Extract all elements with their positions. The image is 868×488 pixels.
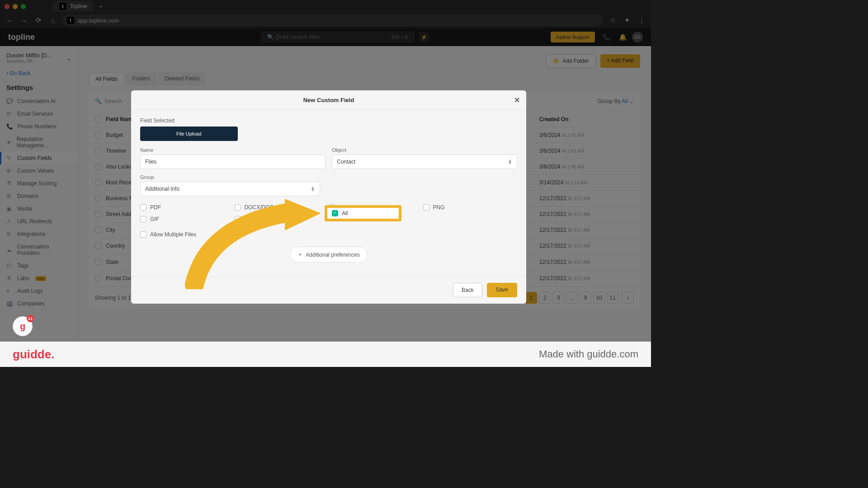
new-custom-field-modal: New Custom Field ✕ Field Selected File U… (131, 90, 526, 304)
close-icon[interactable]: ✕ (514, 96, 520, 104)
updown-icon: ▲▼ (508, 159, 512, 164)
name-input[interactable]: Files (140, 155, 326, 169)
all-label: All (342, 210, 348, 216)
guidde-bubble[interactable]: g11 (13, 316, 33, 336)
guidde-footer: guidde. Made with guidde.com (0, 342, 651, 367)
highlight-all-checkbox[interactable]: All (325, 205, 401, 221)
group-label: Group (140, 174, 320, 180)
allow-multiple-checkbox[interactable]: Allow Multiple Files (140, 229, 235, 240)
updown-icon: ▲▼ (311, 186, 315, 192)
filetype-checkbox[interactable]: DOCX/DOC (235, 202, 329, 213)
guidde-attribution: Made with guidde.com (539, 348, 638, 360)
object-label: Object (332, 147, 517, 153)
filetype-checkbox[interactable]: PDF (140, 202, 235, 213)
field-type-pill[interactable]: File Upload (140, 127, 238, 141)
name-label: Name (140, 147, 326, 153)
field-selected-label: Field Selected (140, 117, 517, 124)
guidde-logo: guidde. (13, 347, 54, 361)
additional-preferences-button[interactable]: ＋ Additional preferences (290, 247, 367, 263)
filetype-checkbox[interactable]: GIF (140, 213, 235, 225)
filetype-checkbox[interactable]: XLS (235, 213, 329, 225)
guidde-badge: 11 (27, 315, 34, 322)
save-button[interactable]: Save (487, 283, 517, 297)
modal-title: New Custom Field (303, 97, 354, 103)
object-select[interactable]: Contact▲▼ (332, 155, 517, 169)
filetype-checkbox[interactable]: PNG (423, 202, 518, 213)
back-button[interactable]: Back (453, 283, 482, 297)
all-checkbox[interactable] (332, 210, 338, 216)
group-select[interactable]: Additional Info▲▼ (140, 182, 320, 196)
